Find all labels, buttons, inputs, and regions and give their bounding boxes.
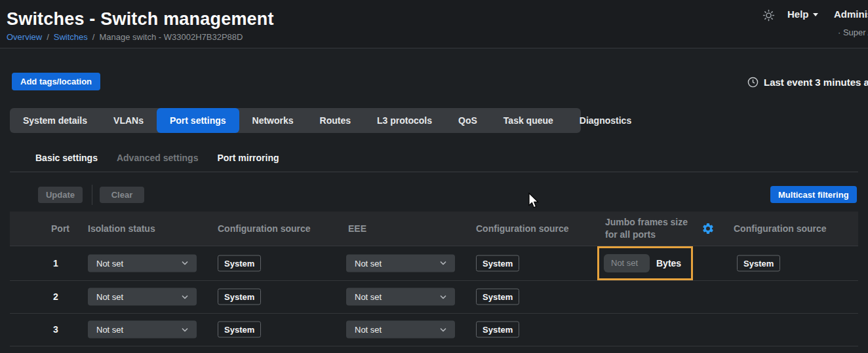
- breadcrumb: Overview/Switches/Manage switch - W33002…: [7, 32, 243, 42]
- table-row-port-3: 3 Not set System Not set System: [10, 313, 858, 346]
- select-value: Not set: [96, 258, 123, 268]
- configuration-source-cell: System: [737, 255, 780, 271]
- clock-icon: [747, 77, 759, 88]
- help-label: Help: [787, 9, 809, 20]
- select-value: Not set: [355, 325, 382, 335]
- page-title: Switches - Switch management: [7, 9, 274, 29]
- chevron-down-icon: [182, 261, 188, 265]
- column-header-isolation-status: Isolation status: [88, 212, 155, 246]
- subtab-port-mirroring[interactable]: Port mirroring: [217, 153, 279, 163]
- configuration-source-cell: System: [476, 289, 519, 305]
- clear-button[interactable]: Clear: [100, 187, 144, 203]
- select-value: Not set: [355, 292, 382, 302]
- column-header-configuration-source: Configuration source: [218, 212, 311, 246]
- add-tags-location-button[interactable]: Add tags/location: [12, 73, 100, 90]
- configuration-source-badge: System: [218, 255, 261, 271]
- isolation-status-select[interactable]: Not set: [88, 254, 197, 272]
- mouse-cursor: [528, 193, 540, 212]
- chevron-down-icon: [813, 13, 818, 16]
- chevron-down-icon: [440, 295, 446, 299]
- configuration-source-badge: System: [737, 255, 780, 271]
- tab-diagnostics[interactable]: Diagnostics: [566, 108, 644, 133]
- column-header-configuration-source: Configuration source: [476, 212, 569, 246]
- tab-vlans[interactable]: VLANs: [100, 108, 157, 133]
- tab-system-details[interactable]: System details: [10, 108, 100, 133]
- last-event-status: Last event 3 minutes ago: [747, 77, 868, 88]
- breadcrumb-switches-link[interactable]: Switches: [54, 32, 88, 42]
- breadcrumb-current: Manage switch - W33002H7B32P88D: [99, 32, 243, 42]
- configuration-source-cell: System: [218, 289, 261, 305]
- configuration-source-cell: System: [218, 322, 261, 338]
- configuration-source-badge: System: [218, 289, 261, 305]
- tab-networks[interactable]: Networks: [239, 108, 307, 133]
- port-number-label: 3: [53, 324, 58, 335]
- eee-cell: Not set: [346, 288, 455, 306]
- column-header-configuration-source: Configuration source: [734, 212, 827, 246]
- jumbo-frames-settings-gear-icon[interactable]: [701, 222, 715, 235]
- chevron-down-icon: [182, 295, 188, 299]
- breadcrumb-separator: /: [47, 32, 49, 42]
- isolation-status-select[interactable]: Not set: [88, 288, 197, 306]
- column-header-eee: EEE: [348, 212, 366, 246]
- theme-toggle-sun-icon[interactable]: [762, 9, 775, 22]
- breadcrumb-overview-link[interactable]: Overview: [7, 32, 42, 42]
- eee-select[interactable]: Not set: [346, 254, 455, 272]
- configuration-source-badge: System: [218, 322, 261, 338]
- tab-port-settings[interactable]: Port settings: [157, 108, 239, 133]
- jumbo-frames-size-input[interactable]: [604, 254, 650, 272]
- port-number-label: 2: [53, 291, 58, 302]
- column-header-port: Port: [51, 212, 69, 246]
- breadcrumb-separator: /: [92, 32, 95, 42]
- subtab-basic-settings[interactable]: Basic settings: [35, 153, 98, 163]
- isolation-status-select[interactable]: Not set: [88, 321, 197, 339]
- subtab-advanced-settings[interactable]: Advanced settings: [117, 153, 198, 163]
- switch-management-screen: Switches - Switch management Overview/Sw…: [0, 0, 868, 353]
- table-header-row: Port Isolation status Configuration sour…: [10, 212, 858, 246]
- select-value: Not set: [96, 325, 123, 335]
- select-value: Not set: [355, 258, 382, 268]
- tab-l3-protocols[interactable]: L3 protocols: [364, 108, 445, 133]
- configuration-source-badge: System: [476, 255, 519, 271]
- account-role: · Super A: [838, 28, 868, 37]
- chevron-down-icon: [440, 261, 446, 265]
- jumbo-frames-cell: Bytes: [604, 254, 681, 272]
- chevron-down-icon: [182, 327, 188, 331]
- eee-cell: Not set: [346, 321, 455, 339]
- table-row-port-1: 1 Not set System Not set System Bytes Sy…: [10, 246, 858, 281]
- bytes-unit-label: Bytes: [656, 258, 681, 269]
- isolation-status-cell: Not set: [88, 288, 197, 306]
- tab-qos[interactable]: QoS: [445, 108, 490, 133]
- divider: [92, 185, 92, 205]
- account-name[interactable]: Adminis: [834, 9, 868, 20]
- table-row-port-2: 2 Not set System Not set System: [10, 280, 858, 314]
- select-value: Not set: [96, 292, 123, 302]
- update-button[interactable]: Update: [38, 187, 83, 203]
- tab-routes[interactable]: Routes: [307, 108, 364, 133]
- port-number: 2: [53, 291, 58, 302]
- tab-task-queue[interactable]: Task queue: [490, 108, 566, 133]
- multicast-filtering-button[interactable]: Multicast filtering: [770, 186, 857, 203]
- help-menu[interactable]: Help: [787, 9, 818, 20]
- chevron-down-icon: [440, 327, 446, 331]
- divider: [10, 172, 858, 172]
- configuration-source-badge: System: [476, 289, 519, 305]
- port-number-label: 1: [53, 258, 58, 269]
- isolation-status-cell: Not set: [88, 254, 197, 272]
- configuration-source-cell: System: [476, 322, 519, 338]
- sub-tab-bar: Basic settings Advanced settings Port mi…: [35, 153, 279, 163]
- port-number: 3: [53, 324, 58, 335]
- isolation-status-cell: Not set: [88, 321, 197, 339]
- eee-select[interactable]: Not set: [346, 288, 455, 306]
- port-number: 1: [53, 258, 58, 269]
- main-tab-bar: System details VLANs Port settings Netwo…: [10, 108, 581, 133]
- last-event-text: Last event 3 minutes ago: [764, 77, 868, 88]
- page-header: Switches - Switch management Overview/Sw…: [0, 0, 868, 48]
- configuration-source-cell: System: [476, 255, 519, 271]
- configuration-source-badge: System: [476, 322, 519, 338]
- eee-select[interactable]: Not set: [346, 321, 455, 339]
- eee-cell: Not set: [346, 254, 455, 272]
- column-header-jumbo-frames: Jumbo frames size for all ports: [605, 212, 694, 246]
- configuration-source-cell: System: [218, 255, 261, 271]
